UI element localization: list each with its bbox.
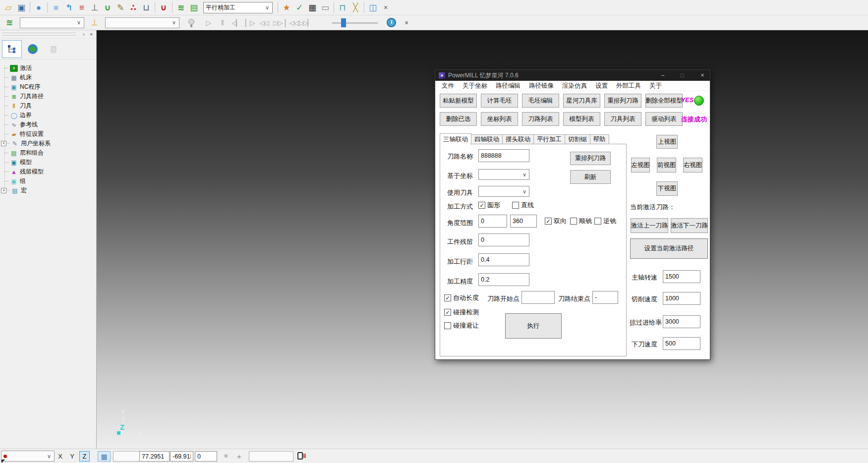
shade-sphere-icon[interactable]: ● [32,1,45,14]
start-point-input[interactable] [521,291,555,304]
block-icon[interactable]: ■ [50,1,62,14]
plunge-feed-input[interactable] [663,337,700,350]
tree-item-models[interactable]: ▣ 模型 [0,158,96,167]
set-active-path-button[interactable]: 设置当前激活路径 [630,238,708,259]
checkbox-checked[interactable]: ✓ [444,309,451,316]
tab-3axis[interactable]: 三轴联动 [440,133,471,145]
slider-thumb[interactable] [341,18,346,27]
menu-settings[interactable]: 设置 [595,82,608,90]
tool-holder-icon[interactable]: ⊓ [336,1,349,14]
tab-parallel[interactable]: 平行加工 [533,134,565,144]
close-playback-icon[interactable]: × [400,16,413,29]
axis-x-button[interactable]: X [55,451,65,462]
tree-item-feature-sets[interactable]: ▰ 特征设置 [0,129,96,139]
tab-explorer-tree[interactable] [2,40,22,58]
tool-list-button[interactable]: 刀具列表 [604,112,641,126]
cutting-feed-input[interactable] [663,292,700,305]
tree-item-stock-models[interactable]: ▲ 残留模型 [0,167,96,176]
tool-library-button[interactable]: 星河刀具库 [563,94,600,108]
dialog-titlebar[interactable]: ★ PowerMILL 忆梦星河 7.0.6 − □ × [435,70,710,81]
tree-item-toolpaths[interactable]: ≋ 刀具路径 [0,92,96,101]
tool-icon[interactable]: ⊥ [88,1,101,14]
spindle-speed-input[interactable] [663,270,700,283]
end-point-input[interactable] [592,291,618,304]
tree-item-tools[interactable]: ‖ 刀具 [0,101,96,111]
go-end-button[interactable]: ▷▷▏ [299,17,311,29]
coord-y-input[interactable] [170,451,193,462]
checkbox-checked[interactable]: ✓ [478,202,485,209]
leads-links-icon[interactable]: ⊔ [140,1,153,14]
checkbox-unchecked[interactable] [512,202,519,209]
verify-check-icon[interactable]: ✓ [293,1,306,14]
minimize-button[interactable]: − [655,70,670,81]
strategy-select[interactable]: 平行精加工 ∨ [203,2,273,13]
checkbox-unchecked[interactable] [570,218,577,225]
delete-selected-button[interactable]: 删除已选 [440,112,477,126]
pattern-pencil-icon[interactable]: ✎ [114,1,127,14]
menu-about-coords[interactable]: 关于坐标 [463,82,487,90]
toolpath-list-button[interactable]: 刀路列表 [522,112,559,126]
swap-icon[interactable]: ╳ [349,1,362,14]
menu-external-tools[interactable]: 外部工具 [616,82,641,90]
pages-icon[interactable]: ‖ [297,452,305,460]
collision-avoid-checkbox[interactable]: 碰撞避让 [444,321,479,330]
resize-grip[interactable] [1,460,5,463]
workplane-select[interactable]: ∨ [1,451,55,462]
tree-item-levels-sets[interactable]: ▤ 层和组合 [0,148,96,158]
paste-new-model-button[interactable]: 粘贴新模型 [440,94,477,108]
star-tool-icon[interactable]: ★ [280,1,293,14]
view-right-button[interactable]: 右视图 [683,158,702,173]
ruler-icon[interactable]: ▭ [319,1,332,14]
step-forward-button[interactable]: ▏▷ [244,17,256,29]
tree-item-macros[interactable]: + ▤ 宏 [0,186,96,195]
rewind-button[interactable]: ◁◁ [258,17,270,29]
tree-item-activate[interactable]: › 激活 [0,63,96,73]
calculator-icon[interactable]: ▦ [306,1,319,14]
close-toolbar-icon[interactable]: × [379,1,392,14]
checkbox-unchecked[interactable] [594,218,601,225]
climb-mill-checkbox[interactable]: 顺铣 [570,217,592,226]
stepover-input[interactable] [478,253,529,266]
based-coord-select[interactable]: ∨ [478,169,529,180]
axis-z-button[interactable]: Z [79,451,90,462]
tree-item-workplanes[interactable]: + ✎ 用户坐标系 [0,139,96,148]
points-icon[interactable]: ∴ [127,1,140,14]
menu-path-mirror[interactable]: 路径镜像 [529,82,554,90]
rapid-moves-icon[interactable]: ↰ [62,1,75,14]
grid-toggle-button[interactable]: ▦ [98,451,111,462]
coord-x-input[interactable] [139,451,170,462]
fast-forward-button[interactable]: ▷▷ [272,17,284,29]
tab-trash[interactable] [44,40,63,58]
menu-file[interactable]: 文件 [442,82,454,90]
go-start-button[interactable]: ▏◁◁ [286,17,297,29]
checkbox-checked[interactable]: ✓ [444,294,451,301]
play-button[interactable]: ▷ [202,17,214,29]
execute-button[interactable]: 执行 [505,313,562,339]
mode-circle-checkbox[interactable]: ✓ 圆形 [478,201,500,210]
tool-select[interactable]: ∨ [105,17,179,28]
rearrange-toolpaths-button[interactable]: 重排列刀路 [604,94,641,108]
save-icon[interactable]: ▣ [15,1,28,14]
coord-z-input[interactable] [195,451,217,462]
delete-all-models-button[interactable]: 删除全部模型 [645,94,683,108]
boundary-icon[interactable]: ∪ [101,1,114,14]
step-back-button[interactable]: ◁▏ [230,17,242,29]
angle-to-input[interactable] [510,215,537,228]
view-front-button[interactable]: 前视图 [657,158,676,173]
checkbox-checked[interactable]: ✓ [545,218,552,225]
block-edit-button[interactable]: 毛坯编辑 [522,94,559,108]
panel-grip[interactable] [2,33,76,34]
menu-about[interactable]: 关于 [649,82,662,90]
toolpath-spring-icon[interactable]: ≋ [174,1,187,14]
float-panel-icon[interactable]: ▫ [80,31,87,38]
menu-path-edit[interactable]: 路径编辑 [496,82,521,90]
panel-grip[interactable] [2,35,76,36]
tab-4axis[interactable]: 四轴联动 [471,134,503,144]
toolpath-select[interactable]: ∨ [20,17,84,28]
rearrange-button[interactable]: 重排列刀路 [570,152,611,165]
bidirectional-checkbox[interactable]: ✓ 双向 [545,217,567,226]
tree-item-patterns[interactable]: ∿ 参考线 [0,120,96,129]
auto-length-checkbox[interactable]: ✓ 自动长度 [444,293,479,302]
calc-block-button[interactable]: 计算毛坯 [481,94,518,108]
use-tool-select[interactable]: ∨ [478,186,529,197]
